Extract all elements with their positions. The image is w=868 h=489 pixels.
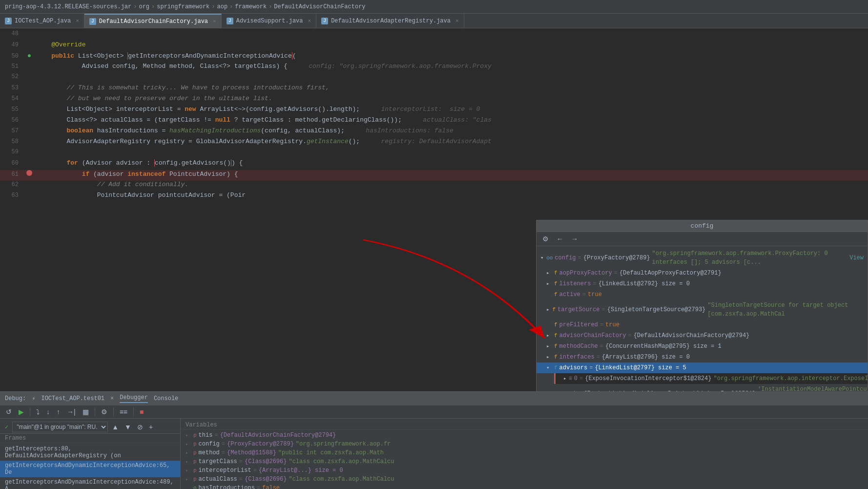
breadcrumb-item: springframework [157,3,209,10]
debug-main: ✓ "main"@1 in group "main": RU. ▲ ▼ ⊘ + … [0,419,868,489]
up-frame-btn[interactable]: ▲ [110,422,121,432]
code-line-60: 60 for (Advisor advisor : config.getAdvi… [0,159,868,170]
java-icon: J [227,18,233,24]
tree-methodcache[interactable]: ▸ f methodCache = {ConcurrentHashMap@279… [537,341,868,352]
code-line-62: 62 // Add it conditionally. [0,181,868,191]
code-line-52: 52 [0,73,868,84]
debug-toolbar: ↺ ▶ ⤵ ↓ ↑ →| ▦ ⚙ ≡≡ ■ [0,405,868,419]
code-line-59: 59 [0,149,868,159]
debug-label: Debug: [5,395,26,402]
code-line-55: 55 List<Object> interceptorList = new Ar… [0,106,868,116]
stop-btn[interactable]: ■ [138,407,145,417]
debug-tab-debugger[interactable]: Debugger [120,394,148,403]
thread-selector[interactable]: "main"@1 in group "main": RU. [12,422,108,432]
debug-popup: config ⚙ ← → ▾ oo config = {ProxyFactory… [536,220,868,391]
java-icon: J [321,18,328,24]
step-out-btn[interactable]: ↑ [55,407,62,417]
settings-btn[interactable]: ⚙ [99,407,109,417]
var-interceptorlist: ▸ p interceptorList = {ArrayList@...} si… [181,466,868,475]
main-area: 48 49 @Override 50 ● public List<Object>… [0,28,868,391]
code-line-53: 53 // This is somewhat tricky... We have… [0,84,868,95]
tab-close-btn[interactable]: × [455,18,459,24]
code-line-51: 51 Advised config, Method method, Class<… [0,63,868,73]
tree-aopproxyfactory[interactable]: ▸ f aopProxyFactory = {DefaultAopProxyFa… [537,268,868,278]
tab-close-btn[interactable]: × [308,18,311,24]
code-editor: 48 49 @Override 50 ● public List<Object>… [0,28,868,391]
tree-prefiltered[interactable]: f preFiltered = true [537,319,868,330]
tree-listeners[interactable]: ▸ f listeners = {LinkedList@2792} size =… [537,278,868,289]
tree-advisor-0[interactable]: ▸ ≡ 0 = {ExposeInvocationInterceptor$1@2… [554,373,868,384]
debug-session-icon: ⚡ [32,395,35,403]
frame-0[interactable]: getInterceptors:80, DefaultAdvisorAdapte… [0,444,180,461]
breadcrumb-item: framework [235,3,267,10]
tab-defaultadapterregistry[interactable]: J DefaultAdvisorAdapterRegistry.java × [316,14,464,28]
java-icon: J [89,18,96,25]
add-btn[interactable]: + [147,422,155,432]
tab-ioctest[interactable]: J IOCTest_AOP.java × [0,14,84,28]
back-btn[interactable]: ← [555,234,565,244]
tree-advisor-1[interactable]: ▸ ≡ 1 = {InstantiationModelAwarePointcut… [537,384,868,391]
var-actualclass: ▸ p actualClass = {Class@2696} "class co… [181,475,868,484]
tab-label: DefaultAdvisorChainFactory.java [99,18,208,25]
debug-header: Debug: ⚡ IOCTest_AOP.test01 × Debugger C… [0,392,868,405]
variables-panel: Variables ▸ p this = {DefaultAdvisorChai… [181,419,868,489]
breadcrumb-bar: pring-aop-4.3.12.RELEASE-sources.jar › o… [0,0,868,14]
tree-targetsource[interactable]: ▸ f targetSource = {SingletonTargetSourc… [537,300,868,319]
tree-interfaces[interactable]: ▸ f interfaces = {ArrayList@2796} size =… [537,352,868,362]
thread-label: ✓ [3,424,10,431]
tree-root[interactable]: ▾ oo config = {ProxyFactory@2789} "org.s… [537,248,868,268]
evaluate-btn[interactable]: ▦ [81,407,91,417]
code-line-61: 61 if (advisor instanceof PointcutAdviso… [0,170,868,181]
code-line-54: 54 // but we need to preserve order in t… [0,95,868,106]
step-over-btn[interactable]: ⤵ [34,407,41,417]
code-line-56: 56 Class<?> actualClass = (targetClass !… [0,116,868,127]
code-line-58: 58 AdvisorAdapterRegistry registry = Glo… [0,138,868,149]
code-line-48: 48 [0,30,868,41]
tab-bar: J IOCTest_AOP.java × J DefaultAdvisorCha… [0,14,868,28]
tab-label: AdvisedSupport.java [236,18,303,24]
tab-label: IOCTest_AOP.java [15,18,71,24]
code-line-63: 63 PointcutAdvisor pointcutAdvisor = (Po… [0,191,868,202]
code-lines: 48 49 @Override 50 ● public List<Object>… [0,28,868,202]
breadcrumb-item: aop [217,3,228,10]
frames-panel: ✓ "main"@1 in group "main": RU. ▲ ▼ ⊘ + … [0,419,181,489]
java-icon: J [5,18,12,24]
breadcrumb-item: DefaultAdvisorChainFactory [274,3,365,10]
forward-btn[interactable]: → [569,234,580,244]
debug-panel: Debug: ⚡ IOCTest_AOP.test01 × Debugger C… [0,391,868,489]
tab-defaultadvisor[interactable]: J DefaultAdvisorChainFactory.java × [84,14,222,28]
popup-toolbar: ⚙ ← → [537,232,868,246]
var-method: ▸ p method = {Method@11588} "public int … [181,448,868,457]
settings-btn[interactable]: ⚙ [540,234,551,244]
run-cursor-btn[interactable]: →| [65,407,78,417]
tree-advisorchainfactory[interactable]: ▸ f advisorChainFactory = {DefaultAdviso… [537,330,868,341]
tree-active[interactable]: f active = true [537,289,868,300]
var-hasintroductions: o hasIntroductions = false [181,484,868,489]
frame-2[interactable]: getInterceptorsAndDynamicInterceptionAdv… [0,477,180,489]
down-frame-btn[interactable]: ▼ [123,422,133,432]
popup-tree: ▾ oo config = {ProxyFactory@2789} "org.s… [537,246,868,391]
debug-tab-console[interactable]: Console [154,395,178,402]
frames-toolbar: ✓ "main"@1 in group "main": RU. ▲ ▼ ⊘ + [0,421,180,434]
frames-header: Frames [0,434,180,443]
var-targetclass: ▸ p targetClass = {Class@2696} "class co… [181,457,868,466]
tab-close-btn[interactable]: × [213,19,216,24]
filter-btn[interactable]: ⊘ [135,422,145,432]
step-into-btn[interactable]: ↓ [44,407,52,417]
debug-session-name: IOCTest_AOP.test01 [41,395,104,402]
tree-advisors[interactable]: ▾ f advisors = {LinkedList@2797} size = … [537,362,868,373]
code-line-49: 49 @Override [0,41,868,52]
tab-advisedsupport[interactable]: J AdvisedSupport.java × [222,14,316,28]
vars-header: Variables [181,421,868,430]
var-config: ▸ p config = {ProxyFactory@2789} "org.sp… [181,440,868,448]
tab-label: DefaultAdvisorAdapterRegistry.java [331,18,451,24]
restart-btn[interactable]: ↺ [4,407,14,417]
frame-1[interactable]: getInterceptorsAndDynamicInterceptionAdv… [0,461,180,477]
breadcrumb-item: org [139,3,149,10]
popup-title: config [537,220,868,232]
tab-close-btn[interactable]: × [76,18,79,24]
breadcrumb-item: pring-aop-4.3.12.RELEASE-sources.jar [5,3,131,10]
more-btn[interactable]: ≡≡ [118,407,129,417]
code-line-50: 50 ● public List<Object> getInterceptors… [0,52,868,63]
resume-btn[interactable]: ▶ [17,407,26,417]
